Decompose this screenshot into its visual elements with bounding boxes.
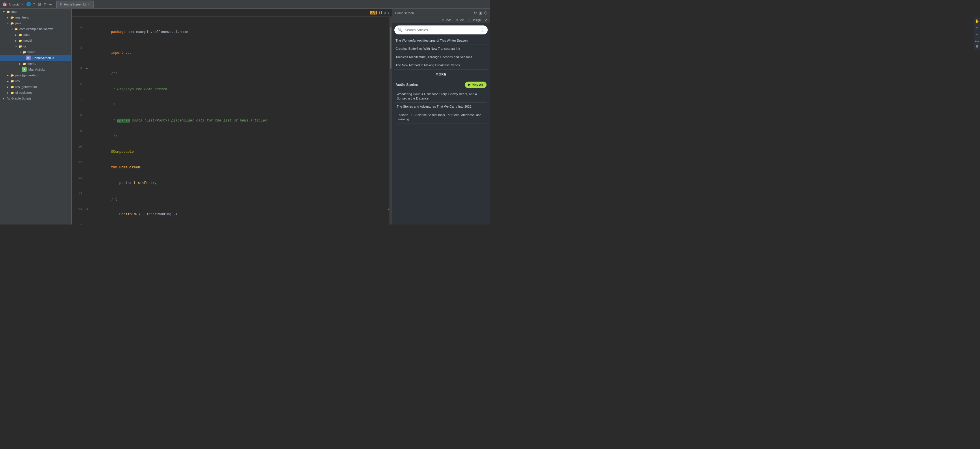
tree-label-app: app — [11, 10, 16, 13]
layers-icon[interactable]: ⬡ — [484, 11, 487, 15]
type-list: List — [134, 181, 142, 185]
search-bar[interactable]: 🔍 ⋮ — [395, 26, 488, 34]
tree-arrow: ▾ — [10, 27, 14, 31]
kotlin-icon: K — [60, 3, 62, 6]
gradle-icon: 🔧 — [6, 96, 10, 101]
article-item-3[interactable]: Timeless Architecture, Through Decades a… — [395, 53, 488, 61]
play-all-button[interactable]: ▶ Play All — [465, 81, 487, 88]
icon-globe[interactable]: 🌐 — [26, 2, 31, 6]
code-line-blank3 — [72, 61, 392, 66]
audio-item-2[interactable]: The Stories and Adventures That We Carry… — [396, 103, 487, 111]
sidebar-item-app[interactable]: ▾ 📁 app — [0, 9, 72, 14]
sidebar-item-java-generated[interactable]: ▸ 📂 java (generated) — [0, 72, 72, 78]
code-line-11: 11 fun HomeScreen( — [72, 160, 392, 175]
sidebar-item-package[interactable]: ▾ 📂 com.example.hellonews — [0, 26, 72, 32]
search-input[interactable] — [405, 28, 480, 32]
code-text: import ... — [89, 45, 392, 61]
main-layout: ▾ 📁 app ▸ 📂 manifests ▾ 📂 java ▾ 📂 com.e… — [0, 9, 490, 225]
code-line-blank1 — [72, 19, 392, 24]
audio-item-3[interactable]: Episode 11 - Science Based Tools For Sle… — [396, 111, 487, 124]
icon-minus[interactable]: ─ — [49, 2, 52, 6]
code-content[interactable]: 1 package com.example.hellonews.ui.home … — [72, 17, 392, 225]
keyword-import: import — [111, 51, 126, 55]
sidebar-item-manifests[interactable]: ▸ 📂 manifests — [0, 14, 72, 20]
code-text: * Displays the Home screen — [89, 81, 392, 97]
more-button[interactable]: MORE — [395, 70, 488, 79]
code-text: * — [89, 97, 392, 113]
icon-list[interactable]: ≡ — [33, 2, 35, 6]
play-all-label: Play All — [472, 83, 483, 86]
code-text: ) { — [89, 191, 392, 206]
sidebar-item-ui[interactable]: ▾ 📁 ui — [0, 43, 72, 49]
preview-content[interactable]: 🔍 ⋮ The Wonderful Architectures of This … — [392, 23, 490, 225]
article-item-1[interactable]: The Wonderful Architectures of This Wint… — [395, 37, 488, 45]
code-line-12: 12 posts: List<Post>, — [72, 175, 392, 191]
line-number: 9 — [72, 128, 84, 134]
fold-marker[interactable]: ◀ — [84, 66, 89, 71]
bracket-open: ) { — [111, 197, 117, 201]
file-tab-homescreen[interactable]: K HomeScreen.kt ✕ — [56, 1, 94, 8]
comment-start: /** — [111, 72, 117, 76]
code-line-10: 10 @Composable — [72, 144, 392, 160]
article-item-4[interactable]: The New Method to Making Breakfast Crepe… — [395, 61, 488, 69]
folder-icon-java-gen: 📂 — [10, 73, 14, 78]
sidebar-item-theme[interactable]: ▸ 📁 theme — [0, 61, 72, 67]
sidebar-item-res[interactable]: ▸ 📁 res — [0, 78, 72, 84]
info-count: 1 — [380, 11, 382, 14]
view-tab-split[interactable]: ⊟ Split — [454, 18, 466, 22]
tree-label-theme: theme — [27, 62, 37, 66]
line-number: 14 — [72, 206, 84, 212]
folder-icon-res: 📁 — [10, 79, 14, 83]
sidebar-item-gradle[interactable]: ▸ 🔧 Gradle Scripts — [0, 96, 72, 101]
line-number: 7 — [72, 97, 84, 102]
type-close: >, — [153, 181, 157, 185]
sidebar-item-ui-packages[interactable]: ▸ 📁 ui-packages — [0, 89, 72, 96]
fold-marker[interactable]: ◀ — [84, 206, 89, 212]
tree-arrow: ▸ — [6, 85, 10, 88]
keyword-package: package — [111, 30, 128, 34]
more-options-icon[interactable]: ⋮ — [480, 27, 484, 33]
view-tab-code[interactable]: ≡ Code — [441, 18, 453, 22]
refresh-icon[interactable]: ↻ — [474, 11, 477, 15]
tree-label-res-generated: res (generated) — [15, 85, 37, 88]
tree-label-java-generated: java (generated) — [15, 74, 38, 77]
folder-icon-ui-packages: 📁 — [10, 90, 14, 95]
scrollbar-thumb[interactable] — [390, 27, 391, 69]
close-tab-icon[interactable]: ✕ — [88, 3, 90, 6]
audio-item-1[interactable]: Wondering Hour: A Childhood Story, Grizz… — [396, 90, 487, 103]
right-panel-title: Home screen — [395, 11, 414, 15]
folder-icon-model: 📁 — [18, 38, 22, 43]
article-item-2[interactable]: Creating Butterflies With New Transparen… — [395, 45, 488, 53]
expand-collapse-icons[interactable]: ∧ ∨ — [384, 11, 390, 14]
warning-badge: ⚠ 5 — [370, 11, 377, 14]
sidebar-item-java[interactable]: ▾ 📂 java — [0, 20, 72, 26]
annotation-composable: @Composable — [111, 150, 134, 154]
frame-icon[interactable]: ▣ — [479, 11, 482, 15]
folder-icon-data: 📁 — [18, 32, 22, 37]
tree-label-res: res — [15, 79, 20, 83]
line-number: 6 — [72, 81, 84, 87]
kt-file-icon: K — [26, 56, 30, 60]
scrollbar-track[interactable] — [390, 17, 392, 225]
view-tab-design[interactable]: ⬚ Design — [467, 18, 482, 22]
sidebar-item-mainactivity[interactable]: A MainActivity — [0, 67, 72, 72]
tree-label-data: data — [24, 33, 29, 37]
article-title-1: The Wonderful Architectures of This Wint… — [396, 39, 468, 42]
view-mode-bar: ≡ Code ⊟ Split ⬚ Design ✓ — [392, 18, 490, 23]
tree-label-gradle: Gradle Scripts — [11, 97, 32, 100]
warning-icon: ⚠ — [371, 11, 374, 14]
right-panel-action-icons: ↻ ▣ ⬡ — [474, 11, 487, 15]
editor-area: ⚠ 5 ℹ 1 ∧ ∨ 1 package com.example — [72, 9, 392, 225]
sidebar-item-model[interactable]: ▸ 📁 model — [0, 38, 72, 43]
code-text: /** — [89, 66, 392, 81]
article-title-3: Timeless Architecture, Through Decades a… — [396, 55, 472, 59]
sidebar-item-data[interactable]: ▸ 📁 data — [0, 32, 72, 38]
sidebar-item-homescreen-kt[interactable]: K HomeScreen.kt — [0, 55, 72, 61]
icon-split-h[interactable]: ⊟ — [38, 2, 41, 6]
sidebar-item-res-generated[interactable]: ▸ 📁 res (generated) — [0, 84, 72, 89]
dropdown-arrow[interactable]: ▾ — [21, 3, 23, 6]
checkmark-indicator: ✓ — [485, 18, 488, 22]
fn-scaffold: Scaffold — [119, 213, 136, 216]
icon-gear[interactable]: ⚙ — [43, 2, 47, 6]
sidebar-item-home[interactable]: ▾ 📁 home — [0, 49, 72, 55]
